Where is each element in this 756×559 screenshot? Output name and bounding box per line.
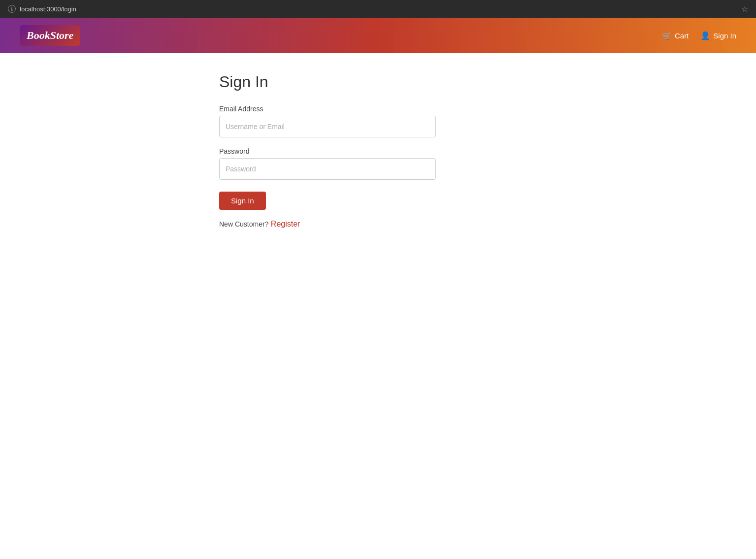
logo-store: Store	[50, 29, 74, 41]
email-label: Email Address	[219, 105, 436, 113]
main-content: Sign In Email Address Password Sign In N…	[0, 53, 756, 248]
signin-form: Email Address Password Sign In New Custo…	[219, 105, 436, 229]
new-customer-section: New Customer? Register	[219, 220, 436, 229]
cart-link[interactable]: 🛒 Cart	[662, 31, 689, 40]
signin-button[interactable]: Sign In	[219, 192, 266, 210]
navbar: BookStore 🛒 Cart 👤 Sign In	[0, 18, 756, 53]
logo-container[interactable]: BookStore	[20, 25, 80, 46]
browser-url: localhost:3000/login	[20, 5, 76, 13]
logo-box: BookStore	[20, 25, 80, 46]
user-icon: 👤	[700, 31, 710, 40]
logo-text: BookStore	[27, 29, 73, 42]
signin-nav-label: Sign In	[713, 32, 736, 40]
email-group: Email Address	[219, 105, 436, 137]
password-label: Password	[219, 147, 436, 155]
register-link[interactable]: Register	[271, 220, 300, 228]
bookmark-star-icon[interactable]: ☆	[741, 4, 748, 14]
cart-icon: 🛒	[662, 31, 672, 40]
browser-bar: ℹ localhost:3000/login ☆	[0, 0, 756, 18]
browser-bar-left: ℹ localhost:3000/login	[8, 5, 76, 13]
logo-book: Book	[27, 29, 50, 41]
email-input[interactable]	[219, 116, 436, 137]
nav-right: 🛒 Cart 👤 Sign In	[662, 31, 736, 40]
signin-nav-link[interactable]: 👤 Sign In	[700, 31, 736, 40]
info-icon: ℹ	[8, 5, 16, 13]
password-input[interactable]	[219, 158, 436, 180]
cart-label: Cart	[675, 32, 689, 40]
page-title: Sign In	[219, 73, 268, 91]
password-group: Password	[219, 147, 436, 180]
new-customer-text: New Customer?	[219, 220, 268, 228]
